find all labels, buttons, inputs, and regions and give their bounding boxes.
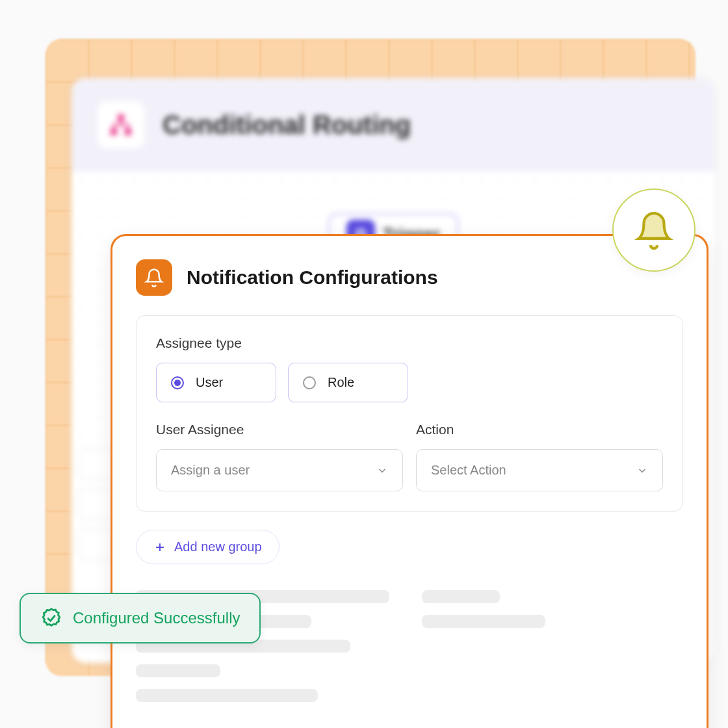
radio-user[interactable]: User [156, 363, 276, 402]
action-placeholder: Select Action [431, 463, 506, 478]
notif-header: Notification Configurations [136, 259, 683, 296]
notification-configurations-panel: Notification Configurations Assignee typ… [110, 234, 708, 728]
fit-button[interactable] [78, 489, 114, 520]
assignee-type-radio-group: User Role [156, 363, 663, 402]
bell-icon [136, 259, 172, 296]
zoom-button[interactable] [78, 448, 114, 480]
action-label: Action [416, 422, 663, 437]
chevron-down-icon [376, 465, 388, 476]
canvas-controls [78, 448, 114, 560]
routing-title: Conditional Routing [162, 110, 411, 140]
floating-bell-icon [612, 188, 696, 272]
notif-title: Notification Configurations [187, 266, 438, 289]
user-assignee-select[interactable]: Assign a user [156, 449, 403, 491]
radio-indicator-selected [171, 376, 184, 389]
user-assignee-placeholder: Assign a user [171, 463, 250, 478]
add-group-label: Add new group [174, 540, 262, 554]
radio-user-label: User [196, 375, 223, 390]
radio-role[interactable]: Role [288, 363, 408, 402]
user-assignee-label: User Assignee [156, 422, 403, 437]
chevron-down-icon [636, 465, 648, 476]
add-new-group-button[interactable]: Add new group [136, 530, 280, 564]
success-toast: Configured Successfully [20, 593, 261, 644]
minus-button[interactable] [78, 529, 114, 560]
routing-hierarchy-icon [98, 101, 144, 148]
check-badge-icon [40, 607, 62, 629]
assignee-type-label: Assignee type [156, 335, 663, 351]
radio-role-label: Role [328, 375, 354, 390]
config-box: Assignee type User Role User Assignee As… [136, 315, 683, 512]
routing-header: Conditional Routing [72, 78, 715, 172]
action-select[interactable]: Select Action [416, 449, 663, 491]
svg-rect-0 [118, 114, 124, 121]
svg-rect-2 [125, 129, 131, 135]
radio-indicator [303, 376, 316, 389]
svg-rect-1 [110, 129, 117, 135]
plus-icon [153, 541, 166, 554]
toast-message: Configured Successfully [73, 609, 240, 627]
